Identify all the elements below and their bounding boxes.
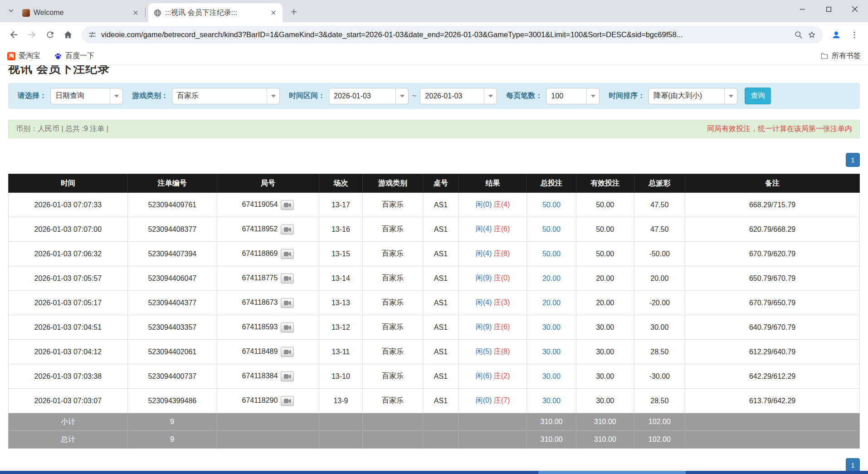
bookmark-baidu[interactable]: 百度一下 xyxy=(54,51,94,61)
total-bet-link[interactable]: 30.00 xyxy=(542,348,561,356)
sort-select[interactable]: 降幂(由大到小) xyxy=(649,88,737,104)
chevron-down-icon[interactable] xyxy=(110,88,122,104)
total-bet-link[interactable]: 50.00 xyxy=(542,225,561,233)
cell-total-bet: 50.00 xyxy=(527,242,576,266)
cell-note: 620.79/668.29 xyxy=(685,217,860,242)
cell-note: 642.29/612.29 xyxy=(685,364,860,389)
tab-close-icon[interactable] xyxy=(131,8,140,17)
folder-icon xyxy=(820,52,829,60)
replay-video-button[interactable] xyxy=(281,249,294,259)
refresh-button[interactable] xyxy=(41,26,59,44)
profile-button[interactable] xyxy=(827,26,845,44)
chevron-down-icon[interactable] xyxy=(724,88,737,104)
total-bet-link[interactable]: 30.00 xyxy=(542,323,561,331)
replay-video-button[interactable] xyxy=(281,225,294,235)
bookmark-star-icon[interactable] xyxy=(807,30,816,39)
cell-note: 613.79/642.29 xyxy=(685,389,860,413)
site-info-icon[interactable] xyxy=(88,30,97,39)
cell-game: 百家乐 xyxy=(362,291,423,315)
game-type-select[interactable]: 百家乐 xyxy=(172,88,280,104)
tab-close-icon[interactable] xyxy=(269,8,278,17)
cell-result: 闲(4) 庄(8) xyxy=(458,242,527,266)
col-header-payout: 总派彩 xyxy=(634,174,685,193)
video-camera-icon xyxy=(284,398,291,404)
result-player: 闲(4) xyxy=(476,298,492,306)
replay-video-button[interactable] xyxy=(281,371,294,381)
chevron-down-icon[interactable] xyxy=(586,88,599,104)
result-banker: 庄(0) xyxy=(494,274,510,282)
cell-table-no: AS1 xyxy=(423,291,459,315)
address-bar[interactable]: videoie.com/game/betrecord_search/kind3?… xyxy=(82,26,823,44)
col-header-bet-id: 注单编号 xyxy=(127,174,217,193)
page-1-button[interactable]: 1 xyxy=(846,458,860,472)
zoom-icon[interactable] xyxy=(794,30,803,39)
date-range-label: 时间区间： xyxy=(289,91,325,101)
replay-video-button[interactable] xyxy=(281,347,294,357)
replay-video-button[interactable] xyxy=(281,298,294,308)
cell-session: 13-16 xyxy=(319,217,363,242)
date-end-select[interactable]: 2026-01-03 xyxy=(420,88,497,104)
date-start-select[interactable]: 2026-01-03 xyxy=(329,88,409,104)
replay-video-button[interactable] xyxy=(281,274,294,283)
tab-welcome[interactable]: Welcome xyxy=(17,3,145,22)
home-button[interactable] xyxy=(59,26,77,44)
forward-button[interactable] xyxy=(23,26,41,44)
cell-session: 13-17 xyxy=(319,193,363,217)
page-1-button[interactable]: 1 xyxy=(846,153,860,167)
minimize-button[interactable] xyxy=(789,0,815,18)
tab-title: Welcome xyxy=(34,9,127,17)
cell-round: 674118673 xyxy=(217,291,319,315)
video-camera-icon xyxy=(284,325,291,330)
cell-session: 13-13 xyxy=(319,291,363,315)
menu-button[interactable] xyxy=(845,26,863,44)
total-bet-link[interactable]: 50.00 xyxy=(542,250,561,258)
replay-video-button[interactable] xyxy=(281,323,294,332)
search-button[interactable]: 查询 xyxy=(745,88,771,104)
forward-icon xyxy=(27,29,37,40)
cell-game: 百家乐 xyxy=(362,266,423,291)
cell-result: 闲(0) 庄(7) xyxy=(458,389,527,413)
search-type-select[interactable]: 日期查询 xyxy=(50,88,123,104)
cell-table-no: AS1 xyxy=(423,389,459,413)
chevron-down-icon[interactable] xyxy=(395,88,408,104)
total-bet-link[interactable]: 30.00 xyxy=(542,372,561,380)
total-bet-link[interactable]: 20.00 xyxy=(542,299,561,307)
replay-video-button[interactable] xyxy=(281,200,294,210)
total-bet-link[interactable]: 50.00 xyxy=(542,201,561,209)
bet-records-table: 时间 注单编号 局号 场次 游戏类别 桌号 结果 总投注 有效投注 总派彩 备注… xyxy=(8,174,860,449)
close-button[interactable] xyxy=(842,0,868,18)
maximize-button[interactable] xyxy=(815,0,842,18)
chevron-down-icon[interactable] xyxy=(267,88,279,104)
back-icon xyxy=(9,29,19,40)
result-banker: 庄(8) xyxy=(494,347,510,355)
table-row: 2026-01-03 07:04:51 523094403357 6741185… xyxy=(9,315,860,340)
cell-round: 674118869 xyxy=(217,242,319,266)
cell-table-no: AS1 xyxy=(423,193,459,217)
cell-time: 2026-01-03 07:03:38 xyxy=(9,364,128,389)
cell-total-bet: 50.00 xyxy=(527,193,576,217)
tab-bet-records[interactable]: :::视讯 会员下注纪录::: xyxy=(148,3,283,22)
cell-result: 闲(4) 庄(3) xyxy=(458,291,527,315)
result-banker: 庄(6) xyxy=(494,225,510,233)
cell-table-no: AS1 xyxy=(423,340,459,364)
total-bet-link[interactable]: 30.00 xyxy=(542,397,561,405)
new-tab-button[interactable] xyxy=(287,6,301,20)
chevron-down-icon[interactable] xyxy=(484,88,497,104)
replay-video-button[interactable] xyxy=(281,396,294,406)
table-row: 2026-01-03 07:03:38 523094400737 6741183… xyxy=(9,364,860,389)
all-bookmarks-label: 所有书签 xyxy=(832,51,861,61)
cell-bet-id: 523094400737 xyxy=(127,364,217,389)
total-bet-link[interactable]: 20.00 xyxy=(542,274,561,282)
all-bookmarks-button[interactable]: 所有书签 xyxy=(820,51,861,61)
result-banker: 庄(8) xyxy=(494,249,510,257)
result-player: 闲(0) xyxy=(476,200,492,208)
cell-time: 2026-01-03 07:05:57 xyxy=(9,266,128,291)
bookmark-taobao[interactable]: 淘 爱淘宝 xyxy=(7,51,40,61)
url-text[interactable]: videoie.com/game/betrecord_search/kind3?… xyxy=(101,30,790,39)
tab-search-button[interactable] xyxy=(5,6,16,17)
table-row: 2026-01-03 07:05:57 523094406047 6741187… xyxy=(9,266,860,291)
per-page-select[interactable]: 100 xyxy=(546,88,600,104)
back-button[interactable] xyxy=(5,26,23,44)
cell-valid-bet: 50.00 xyxy=(576,242,634,266)
cell-total-bet: 30.00 xyxy=(527,315,576,340)
